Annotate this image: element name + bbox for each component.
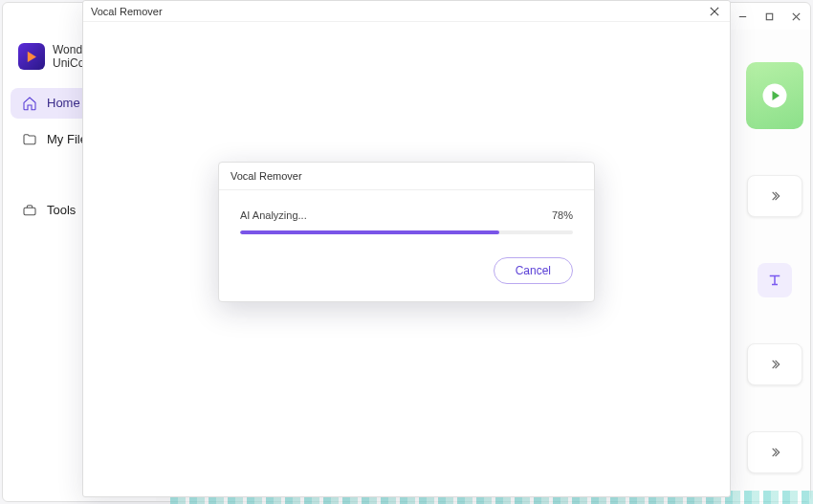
minimize-button[interactable] xyxy=(736,10,749,23)
right-panel xyxy=(739,30,810,501)
progress-footer: Cancel xyxy=(219,257,594,301)
subtitle-tool[interactable] xyxy=(758,263,792,297)
expand-card-3[interactable] xyxy=(747,431,802,473)
promo-tile[interactable] xyxy=(746,62,803,129)
chevron-right-icon xyxy=(768,446,781,459)
play-icon xyxy=(760,81,789,110)
app-logo-icon xyxy=(18,43,45,70)
progress-bar xyxy=(240,230,573,234)
dialog-close-button[interactable] xyxy=(707,4,722,19)
folder-icon xyxy=(22,132,37,147)
home-icon xyxy=(22,96,37,111)
expand-card-2[interactable] xyxy=(747,343,802,385)
text-icon xyxy=(766,272,783,289)
sidebar-item-label: Home xyxy=(47,96,80,110)
toolbox-icon xyxy=(22,203,37,218)
close-button[interactable] xyxy=(789,10,802,23)
maximize-button[interactable] xyxy=(762,10,776,23)
expand-card-1[interactable] xyxy=(747,175,802,217)
dialog-titlebar: Vocal Remover xyxy=(83,1,730,22)
progress-dialog-title: Vocal Remover xyxy=(219,163,594,190)
chevron-right-icon xyxy=(768,189,781,203)
svg-rect-4 xyxy=(24,208,35,214)
svg-rect-1 xyxy=(766,13,772,19)
progress-row: AI Analyzing... 78% xyxy=(240,209,573,221)
progress-fill xyxy=(240,230,499,234)
progress-status: AI Analyzing... xyxy=(240,209,307,221)
close-icon xyxy=(791,11,802,22)
maximize-icon xyxy=(764,11,775,22)
sidebar-item-label: Tools xyxy=(47,203,76,217)
cancel-button[interactable]: Cancel xyxy=(494,257,573,284)
progress-dialog: Vocal Remover AI Analyzing... 78% Cancel xyxy=(218,162,595,302)
progress-percent: 78% xyxy=(552,209,573,221)
minimize-icon xyxy=(737,11,748,22)
dialog-title: Vocal Remover xyxy=(91,6,163,17)
chevron-right-icon xyxy=(768,358,781,371)
close-icon xyxy=(710,7,719,16)
progress-body: AI Analyzing... 78% xyxy=(219,190,594,257)
vocal-remover-dialog: Vocal Remover Vocal Remover AI Analyzing… xyxy=(82,0,731,497)
